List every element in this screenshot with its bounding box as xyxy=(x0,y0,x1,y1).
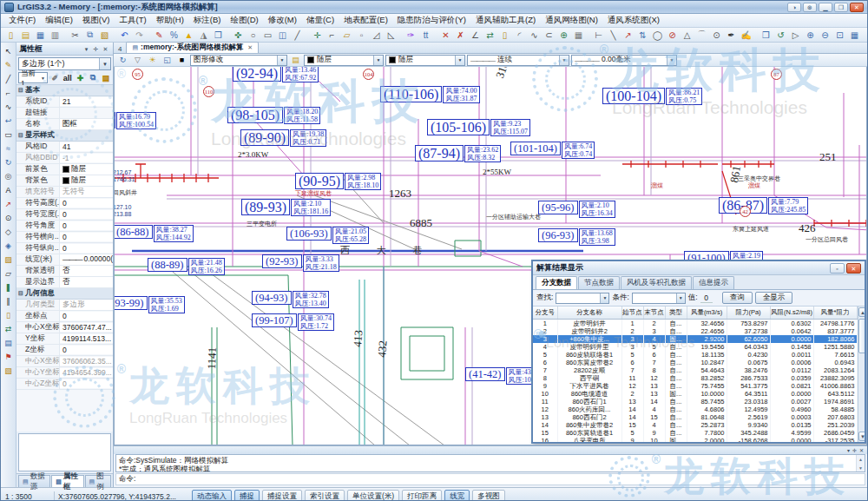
sheet-icon[interactable]: ▱ xyxy=(339,29,354,42)
arc-icon[interactable]: ⌒ xyxy=(694,29,709,42)
updown-icon[interactable]: ⇅ xyxy=(635,29,650,42)
table-row[interactable]: 5860皮轨联络巷156自...18.11350.42300.00117.661… xyxy=(533,351,857,359)
command-scrollbar[interactable]: ▲▼ xyxy=(856,455,865,471)
style-combo[interactable]: 图形修改▼ xyxy=(190,55,287,66)
column-header[interactable]: 类型 xyxy=(665,307,687,319)
status-toggle-2[interactable]: 捕捉 xyxy=(234,490,260,501)
chevron-down-icon[interactable]: ▼ xyxy=(600,293,608,303)
property-value[interactable]: 图框 xyxy=(60,119,113,129)
property-value[interactable]: 37606747.47... xyxy=(60,323,113,332)
menu-item-8[interactable]: 修改(M) xyxy=(264,14,301,27)
leader-icon[interactable]: ↗ xyxy=(621,29,635,42)
tab-close-icon[interactable]: ✕ xyxy=(247,44,253,51)
circle-dot-icon[interactable]: ⊙ xyxy=(2,211,16,224)
diagonal-icon[interactable]: ╲ xyxy=(606,29,621,42)
property-group-header[interactable]: ⊟几何信息 xyxy=(16,288,113,300)
flag-icon[interactable]: ⚑ xyxy=(2,350,16,363)
line-icon[interactable]: ╱ xyxy=(2,72,16,85)
table-row[interactable]: 6860东翼皮带巷267自...10.28470.06750.00060.694… xyxy=(533,359,857,366)
property-value[interactable]: 37606062.35... xyxy=(60,357,113,366)
status-toggle-8[interactable]: 多视图 xyxy=(472,490,505,501)
menu-item-9[interactable]: 储量(C) xyxy=(302,14,339,27)
property-value[interactable]: 0 xyxy=(60,233,113,241)
grid-icon[interactable]: ▦ xyxy=(571,29,586,42)
polyline-icon[interactable]: ⌐ xyxy=(325,29,339,42)
table-row[interactable]: 13860西石门21415自...81.06482.56190.0003207.… xyxy=(533,413,857,421)
selection-type-combo[interactable]: 多边形 (1个) ▼ xyxy=(18,57,111,70)
linetype-combo[interactable]: ————连续▼ xyxy=(467,55,569,66)
mirror-icon[interactable]: ◫ xyxy=(275,29,290,42)
fg-color-combo[interactable]: 随层▼ xyxy=(304,55,384,66)
status-toggle-3[interactable]: 捕捉设置 xyxy=(262,490,302,501)
text-icon[interactable]: A xyxy=(2,183,16,196)
chevron-down-icon[interactable]: ▼ xyxy=(41,76,45,81)
erase-icon[interactable]: ✗ xyxy=(453,29,468,42)
curve-icon[interactable]: ∿ xyxy=(2,100,16,113)
pencil-icon[interactable]: ✎ xyxy=(2,58,16,71)
property-value[interactable]: 4199114.513... xyxy=(60,334,113,343)
chevron-down-icon[interactable]: ▼ xyxy=(667,56,676,65)
results-tab-4[interactable]: 信息提示 xyxy=(693,276,734,289)
view-icon[interactable]: ◑ xyxy=(787,3,801,12)
triangle-icon[interactable]: △ xyxy=(680,29,694,42)
column-header[interactable]: 风量(m3/s) xyxy=(687,307,727,319)
menu-item-6[interactable]: 标注(B) xyxy=(189,14,226,27)
table-row[interactable]: 3+860集中皮...34圆...2.920062.60500.0000182.… xyxy=(533,335,857,343)
polyline-icon[interactable]: ⌐ xyxy=(2,86,16,99)
menu-item-5[interactable]: 帮助(H) xyxy=(152,14,188,27)
current-selector-combo[interactable]: 当前1▼ xyxy=(18,72,48,83)
zoom-in-icon[interactable]: ⊕ xyxy=(803,29,818,42)
dropdown-icon[interactable]: ▾ xyxy=(82,44,91,54)
dock-tab-2[interactable]: ▤属性框 xyxy=(51,475,83,487)
menu-item-14[interactable]: 通风系统图(X) xyxy=(603,14,664,27)
results-tab-2[interactable]: 节点数据 xyxy=(578,276,620,289)
frame-icon[interactable]: ◱ xyxy=(161,55,174,66)
property-value[interactable]: 21 xyxy=(60,97,113,106)
plus-icon[interactable]: ✛ xyxy=(310,29,325,42)
rotate-icon[interactable]: ↻ xyxy=(2,155,16,168)
restore-button[interactable]: ❐ xyxy=(834,3,848,12)
restore-icon[interactable]: ▫ xyxy=(830,263,845,274)
chevron-down-icon[interactable]: ▼ xyxy=(373,56,383,65)
new-icon[interactable]: ▯ xyxy=(3,29,18,42)
chevron-down-icon[interactable]: ▼ xyxy=(559,56,569,65)
pen-icon[interactable]: ✒ xyxy=(724,29,739,42)
square-icon[interactable]: ▫ xyxy=(354,29,369,42)
table-icon[interactable]: ▦ xyxy=(847,29,862,42)
dock-tab-1[interactable]: ▤数据源 xyxy=(18,475,50,487)
pan-icon[interactable]: ❒ xyxy=(759,29,773,42)
refresh-icon[interactable]: ↻ xyxy=(116,55,129,66)
noentry-icon[interactable]: ⊘ xyxy=(665,29,680,42)
column-header[interactable]: 分支号 xyxy=(533,307,557,319)
open-icon[interactable]: ▤ xyxy=(18,29,33,42)
close-icon[interactable]: ✕ xyxy=(859,447,864,453)
percent-icon[interactable]: % xyxy=(167,29,181,42)
close-icon[interactable]: ✕ xyxy=(846,263,861,274)
window-icon[interactable]: ❒ xyxy=(211,29,226,42)
status-toggle-4[interactable]: 索引设置 xyxy=(305,490,345,501)
rect-icon[interactable]: ▭ xyxy=(2,128,16,141)
menu-item-2[interactable]: 编辑(E) xyxy=(41,14,77,27)
property-value[interactable]: -1 xyxy=(60,154,113,162)
property-value[interactable]: 4194654.399... xyxy=(60,368,113,377)
property-value[interactable]: 否 xyxy=(60,277,113,287)
wave-icon[interactable]: ≈ xyxy=(2,142,16,155)
collapse-icon[interactable]: ⊟ xyxy=(18,132,23,139)
property-value[interactable]: 0 xyxy=(60,346,113,354)
results-tab-3[interactable]: 风机及等积孔数据 xyxy=(621,276,692,289)
rect-icon[interactable]: ▭ xyxy=(260,29,275,42)
pin-icon[interactable]: ✛ xyxy=(852,447,857,453)
print-icon[interactable]: ▥ xyxy=(48,29,62,42)
fillet-icon[interactable]: ◜ xyxy=(512,29,527,42)
circle-icon[interactable]: ○ xyxy=(246,29,260,42)
diamond-fill-icon[interactable]: ◈ xyxy=(2,239,16,252)
chevron-down-icon[interactable]: ▼ xyxy=(277,56,286,65)
link-icon[interactable]: ⧉ xyxy=(88,73,99,82)
table-row[interactable]: 11860西石门11314自...85.745523.03180.0027197… xyxy=(533,398,857,405)
property-value[interactable]: 无符号 xyxy=(60,187,113,197)
doc-icon[interactable]: ▤ xyxy=(2,336,16,349)
map-scale[interactable]: 1 : 3500 xyxy=(5,492,50,501)
condition-combo[interactable]: ▼ xyxy=(632,293,686,304)
column-header[interactable]: 分支名称 xyxy=(557,307,621,319)
bracket-icon[interactable]: ⊂ xyxy=(542,29,556,42)
